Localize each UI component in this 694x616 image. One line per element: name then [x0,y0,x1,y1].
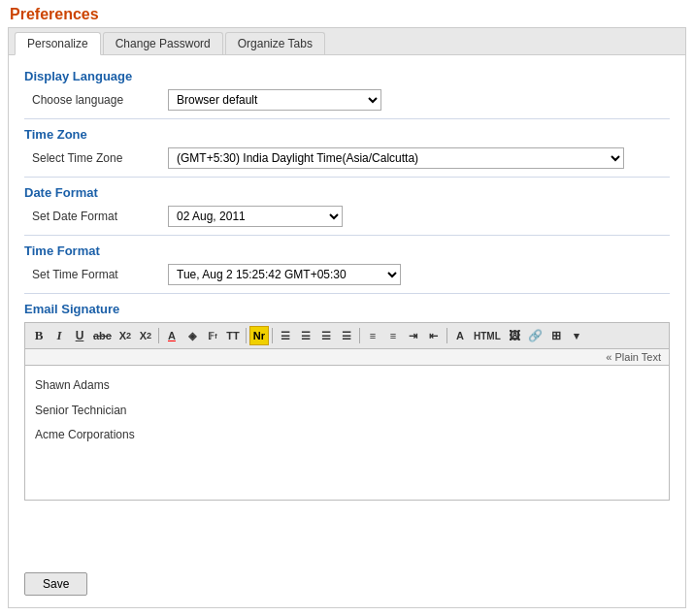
toolbar-align-right[interactable]: ☰ [316,326,336,345]
timeformat-select[interactable]: Tue, Aug 2 15:25:42 GMT+05:30 [168,264,401,285]
dateformat-label: Set Date Format [32,210,168,223]
toolbar-strikethrough[interactable]: abc [90,326,115,345]
toolbar-font-color[interactable]: A [162,326,182,345]
toolbar-indent[interactable]: ⇥ [404,326,423,345]
field-row-language: Choose language Browser default [24,89,670,111]
toolbar-ul[interactable]: ≡ [383,326,403,345]
tab-organize-tabs[interactable]: Organize Tabs [225,32,325,54]
section-header-timezone: Time Zone [24,127,670,142]
tabs-bar: Personalize Change Password Organize Tab… [9,28,685,55]
toolbar-subscript[interactable]: X2 [116,326,135,345]
language-select[interactable]: Browser default [168,89,381,111]
language-field-control: Browser default [168,89,670,111]
toolbar-clear-format[interactable]: A [450,326,470,345]
toolbar-align-justify[interactable]: ☰ [337,326,356,345]
section-header-dateformat: Date Format [24,185,670,200]
timezone-field-control: (GMT+5:30) India Daylight Time(Asia/Calc… [168,147,670,169]
toolbar-sep-3 [272,328,273,343]
toolbar-sep-5 [446,328,447,343]
toolbar-sep-4 [359,328,360,343]
timeformat-field-control: Tue, Aug 2 15:25:42 GMT+05:30 [168,264,670,285]
toolbar-image[interactable]: 🖼 [505,326,524,345]
toolbar-ol[interactable]: ≡ [363,326,382,345]
field-row-timezone: Select Time Zone (GMT+5:30) India Daylig… [24,147,670,169]
toolbar-italic[interactable]: I [50,326,69,345]
section-header-timeformat: Time Format [24,243,670,258]
sig-line-2: Senior Technician [35,401,659,422]
save-button[interactable]: Save [24,572,87,596]
main-container: Personalize Change Password Organize Tab… [8,27,686,608]
divider-language [24,118,670,119]
timezone-label: Select Time Zone [32,151,168,165]
timezone-select[interactable]: (GMT+5:30) India Daylight Time(Asia/Calc… [168,147,624,169]
timeformat-label: Set Time Format [32,268,168,281]
page-title: Preferences [0,0,694,27]
sig-line-1: Shawn Adams [35,375,659,397]
toolbar-bold[interactable]: B [29,326,49,345]
toolbar-superscript[interactable]: X2 [136,326,155,345]
toolbar-font-size[interactable]: TT [223,326,243,345]
toolbar-font-face[interactable]: 𝔽f [203,326,222,345]
divider-timezone [24,177,670,178]
app: Preferences Personalize Change Password … [0,0,694,616]
divider-dateformat [24,235,670,236]
plain-text-link[interactable]: « Plain Text [606,351,661,363]
editor-area[interactable]: Shawn Adams Senior Technician Acme Corpo… [24,365,670,501]
dateformat-field-control: 02 Aug, 2011 [168,206,670,227]
dateformat-select[interactable]: 02 Aug, 2011 [168,206,343,227]
editor-header: « Plain Text [24,348,670,365]
toolbar-table[interactable]: ⊞ [546,326,566,345]
toolbar-html[interactable]: HTML [471,326,504,345]
toolbar-sep-2 [246,328,247,343]
toolbar-align-left[interactable]: ☰ [276,326,295,345]
toolbar-nr[interactable]: Nr [249,326,269,345]
field-row-dateformat: Set Date Format 02 Aug, 2011 [24,206,670,227]
language-label: Choose language [32,93,168,107]
tab-personalize[interactable]: Personalize [15,32,101,55]
section-header-display-language: Display Language [24,69,670,83]
editor-toolbar: B I U abc X2 X2 A ◈ 𝔽f TT Nr ☰ ☰ ☰ [24,322,670,348]
toolbar-highlight[interactable]: ◈ [182,326,202,345]
toolbar-sep-1 [158,328,159,343]
divider-timeformat [24,293,670,294]
field-row-timeformat: Set Time Format Tue, Aug 2 15:25:42 GMT+… [24,264,670,285]
sig-line-3: Acme Corporations [35,425,659,446]
save-section: Save [9,565,685,607]
toolbar-outdent[interactable]: ⇤ [424,326,444,345]
toolbar-underline[interactable]: U [70,326,89,345]
toolbar-align-center[interactable]: ☰ [296,326,315,345]
toolbar-link[interactable]: 🔗 [525,326,545,345]
tab-content-personalize: Display Language Choose language Browser… [9,55,685,565]
toolbar-more-dropdown[interactable]: ▾ [567,326,586,345]
email-signature-section: Email Signature B I U abc X2 X2 A ◈ 𝔽f T… [24,302,670,501]
tab-change-password[interactable]: Change Password [103,32,223,54]
section-header-email-sig: Email Signature [24,302,670,316]
